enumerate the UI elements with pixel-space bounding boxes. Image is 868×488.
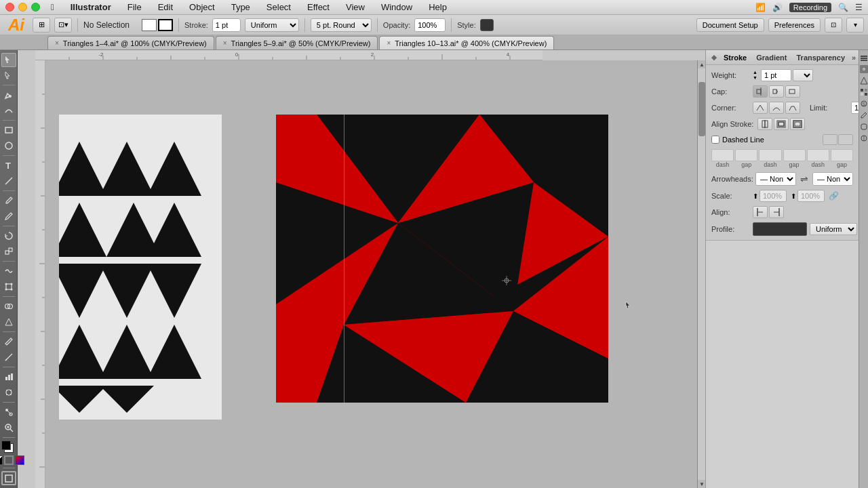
align-center-btn[interactable] <box>757 118 772 130</box>
ellipse-tool[interactable] <box>1 139 16 153</box>
scroll-thumb[interactable] <box>698 82 705 136</box>
dash-style-2[interactable] <box>838 134 853 145</box>
tab-3-close[interactable]: × <box>387 39 391 47</box>
layers-icon[interactable] <box>859 53 868 62</box>
cap-butt-btn[interactable] <box>753 85 768 98</box>
scroll-up-arrow[interactable]: ▲ <box>698 60 705 68</box>
weight-unit[interactable]: pt px mm <box>793 69 813 81</box>
profile-select[interactable]: Uniform Width Profile 1 Width Profile 2 <box>810 223 857 235</box>
arrowhead-start-select[interactable]: — None — Arrow Circle <box>755 172 796 186</box>
scale-1-input[interactable] <box>760 190 787 202</box>
warp-tool[interactable] <box>1 264 16 279</box>
swatches-icon[interactable] <box>859 87 868 97</box>
panel-options-icon[interactable]: ◆ <box>711 54 717 61</box>
brushes-icon[interactable] <box>859 110 868 120</box>
dash-2[interactable] <box>759 149 781 161</box>
arrange-mode-btn[interactable]: ⊡ <box>825 18 842 33</box>
arrange-icon[interactable]: ⊞ <box>33 18 50 33</box>
select-menu[interactable]: Select <box>264 1 294 13</box>
cap-select[interactable]: 5 pt. Round 5 pt. Flat 5 pt. Square <box>311 18 372 32</box>
gap-3[interactable] <box>831 149 853 161</box>
dash-3[interactable] <box>807 149 829 161</box>
align-outside-btn[interactable] <box>790 118 805 130</box>
cap-round-btn[interactable] <box>769 85 784 98</box>
fill-color[interactable] <box>142 19 157 31</box>
illustrator-menu[interactable]: Illustrator <box>68 1 114 13</box>
tab-1[interactable]: × Triangles 1–4.ai* @ 100% (CMYK/Preview… <box>47 36 214 49</box>
weight-down[interactable]: ▼ <box>753 75 760 81</box>
gradient-tab[interactable]: Gradient <box>753 54 789 62</box>
dash-style-1[interactable] <box>823 134 837 145</box>
help-menu[interactable]: Help <box>426 1 450 13</box>
corner-miter-btn[interactable] <box>753 102 768 114</box>
none-btn[interactable] <box>4 455 14 465</box>
view-menu[interactable]: View <box>343 1 368 13</box>
scale-1-stepper[interactable]: ⬆ <box>753 192 758 200</box>
css-icon[interactable] <box>859 76 868 85</box>
pen-tool[interactable] <box>1 88 16 102</box>
type-tool[interactable]: T <box>1 159 16 173</box>
document-setup-button[interactable]: Document Setup <box>696 18 764 32</box>
line-tool[interactable] <box>1 174 16 188</box>
canvas-vertical-scrollbar[interactable]: ▲ ▼ <box>697 60 705 488</box>
scale-2-stepper[interactable]: ⬆ <box>791 192 796 200</box>
pencil-tool[interactable] <box>1 209 16 224</box>
style-color[interactable] <box>480 19 494 31</box>
scale-tool[interactable] <box>1 245 16 259</box>
opacity-input[interactable] <box>414 18 446 32</box>
stroke-type-select[interactable]: Uniform Non-Uniform <box>245 18 299 32</box>
graph-tool[interactable] <box>1 370 16 384</box>
cap-projecting-btn[interactable] <box>785 85 800 98</box>
search-icon[interactable]: 🔍 <box>838 3 848 12</box>
scroll-down-arrow[interactable]: ▼ <box>698 480 705 488</box>
preferences-button[interactable]: Preferences <box>768 18 821 32</box>
scale-2-input[interactable] <box>797 190 825 202</box>
perspective-grid-tool[interactable] <box>1 314 16 329</box>
stroke-tab[interactable]: Stroke <box>721 54 749 62</box>
menu-icon[interactable]: ☰ <box>855 3 863 12</box>
gap-2[interactable] <box>783 149 806 161</box>
profile-preview[interactable] <box>753 222 807 236</box>
measure-tool[interactable] <box>1 350 16 364</box>
draw-mode-btn[interactable] <box>1 471 16 485</box>
color-fill-stroke[interactable] <box>1 441 16 455</box>
symbols-icon[interactable]: S <box>859 99 868 108</box>
edit-menu[interactable]: Edit <box>155 1 176 13</box>
close-button[interactable] <box>5 3 14 12</box>
link-scales-icon[interactable]: 🔗 <box>829 191 839 201</box>
artwork-canvas[interactable] <box>45 60 705 488</box>
corner-round-btn[interactable] <box>769 102 784 114</box>
symbol-sprayer-tool[interactable] <box>1 385 16 399</box>
color-mode-btn[interactable] <box>0 455 3 465</box>
tab-1-close[interactable]: × <box>55 39 59 47</box>
free-transform-tool[interactable] <box>1 279 16 293</box>
transparency-tab[interactable]: Transparency <box>793 54 848 62</box>
paintbrush-tool[interactable] <box>1 194 16 208</box>
dashed-line-checkbox[interactable] <box>711 136 719 144</box>
more-options-btn[interactable]: ▾ <box>846 18 864 33</box>
rectangle-tool[interactable] <box>1 123 16 138</box>
tab-2-close[interactable]: × <box>223 39 227 47</box>
stroke-input[interactable] <box>212 18 241 32</box>
curvature-tool[interactable] <box>1 104 16 118</box>
artboards-icon[interactable] <box>859 64 868 74</box>
panel-expand-icon[interactable]: » <box>852 54 856 62</box>
maximize-button[interactable] <box>31 3 40 12</box>
weight-input[interactable] <box>761 69 791 81</box>
tab-3[interactable]: × Triangles 10–13.ai* @ 400% (CMYK/Previ… <box>379 36 554 49</box>
apple-menu[interactable]:  <box>48 1 57 13</box>
arrowhead-swap-icon[interactable]: ⇌ <box>800 174 808 184</box>
effect-menu[interactable]: Effect <box>304 1 332 13</box>
type-menu[interactable]: Type <box>229 1 253 13</box>
window-menu[interactable]: Window <box>378 1 415 13</box>
align-inside-btn[interactable] <box>774 118 789 130</box>
selection-tool[interactable] <box>1 53 16 67</box>
eyedropper-tool[interactable] <box>1 335 16 349</box>
object-menu[interactable]: Object <box>186 1 218 13</box>
zoom-tool[interactable] <box>1 420 16 434</box>
align-btn-1[interactable] <box>753 206 768 218</box>
weight-up[interactable]: ▲ <box>753 70 760 75</box>
shape-builder-tool[interactable] <box>1 300 16 314</box>
corner-bevel-btn[interactable] <box>785 102 800 114</box>
gap-1[interactable] <box>735 149 757 161</box>
